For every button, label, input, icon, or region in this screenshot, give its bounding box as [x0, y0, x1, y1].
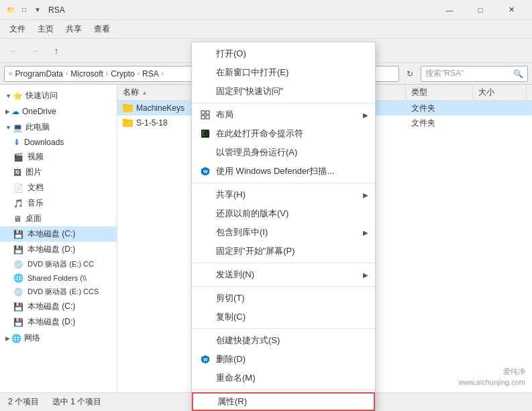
path-microsoft[interactable]: Microsoft	[70, 69, 103, 79]
sidebar-item-downloads[interactable]: ⬇ Downloads	[0, 136, 117, 149]
delete-icon: W	[200, 354, 211, 365]
sidebar-item-onedrive[interactable]: ▶ ☁ OneDrive	[0, 104, 117, 119]
menu-view[interactable]: 查看	[89, 21, 115, 37]
ctx-delete[interactable]: W 删除(D)	[192, 350, 375, 369]
sidebar-item-desktop[interactable]: 🖥 桌面	[0, 211, 117, 226]
sidebar-item-music[interactable]: 🎵 音乐	[0, 195, 117, 211]
network-arrow: ▶	[5, 335, 10, 342]
sidebar-item-shared[interactable]: 🌐 Shared Folders (\\	[0, 271, 117, 285]
sidebar-item-documents[interactable]: 📄 文档	[0, 180, 117, 195]
ctx-sep3	[192, 263, 375, 263]
ctx-cmd-label: 在此处打开命令提示符	[216, 128, 303, 140]
sidebar-icon-onedrive: ☁	[11, 107, 19, 116]
back-icon[interactable]: ▼	[32, 5, 43, 15]
title-bar-icons: 📁 □ ▼	[5, 5, 43, 15]
ctx-cmd[interactable]: C:\ 在此处打开命令提示符	[192, 124, 375, 143]
search-box[interactable]: 搜索"RSA" 🔍	[421, 66, 528, 82]
path-crypto[interactable]: Crypto	[111, 69, 134, 79]
dvd-cc-icon: 💿	[13, 260, 23, 269]
ctx-restore-label: 还原以前的版本(V)	[216, 208, 288, 220]
col-header-size[interactable]: 大小	[473, 85, 527, 100]
status-item-count: 2 个项目	[8, 396, 39, 408]
col-type-label: 类型	[411, 87, 427, 98]
ctx-restore[interactable]: 还原以前的版本(V)	[192, 204, 375, 223]
ctx-defender[interactable]: W 使用 Windows Defender扫描...	[192, 162, 375, 181]
minimize-button[interactable]: —	[434, 0, 465, 20]
drive-d2-icon: 💾	[13, 318, 23, 327]
sep4: ›	[162, 70, 164, 77]
maximize-button[interactable]: □	[465, 0, 496, 20]
shared-icon: 🌐	[13, 273, 23, 283]
path-programdata[interactable]: ProgramData	[15, 69, 63, 79]
ctx-layout[interactable]: 布局 ▶	[192, 105, 375, 124]
sidebar-item-this-pc[interactable]: ▼ 💻 此电脑	[0, 119, 117, 136]
cut-icon	[200, 293, 211, 304]
sidebar-label-network: 网络	[24, 332, 40, 344]
menu-file[interactable]: 文件	[4, 21, 31, 37]
ctx-pin-quick[interactable]: 固定到"快速访问"	[192, 82, 375, 101]
sep2: ›	[106, 70, 108, 77]
expand-arrow: ▼	[5, 93, 11, 99]
ctx-share[interactable]: 共享(H) ▶	[192, 185, 375, 204]
ctx-admin-label: 以管理员身份运行(A)	[216, 146, 297, 158]
svg-rect-8	[201, 116, 205, 119]
menu-share[interactable]: 共享	[60, 21, 87, 37]
col-header-type[interactable]: 类型	[406, 85, 473, 100]
sidebar-item-network[interactable]: ▶ 🌐 网络	[0, 330, 117, 347]
up-button[interactable]: ↑	[47, 42, 66, 60]
sidebar-label-music: 音乐	[28, 197, 44, 209]
file-cell-size1	[473, 101, 527, 116]
sidebar-item-drive-c[interactable]: 💾 本地磁盘 (C:)	[0, 226, 117, 242]
menu-home[interactable]: 主页	[32, 21, 59, 37]
sidebar-item-pictures[interactable]: 🖼 图片	[0, 165, 117, 180]
back-button[interactable]: ←	[4, 42, 23, 60]
sidebar-label-drive-d2: 本地磁盘 (D:)	[28, 316, 75, 328]
sidebar-item-quick-access[interactable]: ▼ ⭐ 快速访问	[0, 87, 117, 104]
ctx-defender-label: 使用 Windows Defender扫描...	[216, 165, 334, 177]
ctx-arrow-share: ▶	[363, 191, 368, 199]
ctx-arrow-lib: ▶	[363, 229, 368, 236]
downloads-icon: ⬇	[13, 138, 20, 147]
sidebar-item-dvd-cc[interactable]: 💿 DVD 驱动器 (E:) CC	[0, 257, 117, 271]
dvd-ccs-icon: 💿	[13, 287, 23, 297]
ctx-properties[interactable]: 属性(R)	[192, 392, 375, 411]
ctx-cut-label: 剪切(T)	[216, 292, 245, 304]
sidebar-item-video[interactable]: 🎬 视频	[0, 149, 117, 165]
ctx-open-new-window[interactable]: 在新窗口中打开(E)	[192, 63, 375, 82]
close-button[interactable]: ✕	[496, 0, 527, 20]
ctx-arrow-send: ▶	[363, 271, 368, 279]
ctx-run-admin[interactable]: 以管理员身份运行(A)	[192, 143, 375, 162]
ctx-copy[interactable]: 复制(C)	[192, 308, 375, 326]
ctx-copy-label: 复制(C)	[216, 311, 246, 323]
refresh-button[interactable]: ↻	[402, 66, 418, 82]
sidebar-label-pictures: 图片	[25, 167, 42, 178]
library-icon	[200, 227, 211, 238]
admin-icon	[200, 147, 211, 158]
ctx-share-label: 共享(H)	[216, 189, 246, 201]
ctx-send-to[interactable]: 发送到(N) ▶	[192, 265, 375, 284]
ctx-arrow-layout: ▶	[363, 111, 368, 119]
ctx-cut[interactable]: 剪切(T)	[192, 289, 375, 308]
properties-icon	[201, 396, 212, 407]
svg-rect-4	[123, 121, 133, 127]
ctx-include-lib[interactable]: 包含到库中(I) ▶	[192, 223, 375, 242]
ctx-sep1	[192, 103, 375, 103]
open-icon	[200, 48, 211, 59]
ctx-shortcut[interactable]: 创建快捷方式(S)	[192, 331, 375, 350]
sidebar-item-drive-d[interactable]: 💾 本地磁盘 (D:)	[0, 242, 117, 257]
search-placeholder: 搜索"RSA"	[425, 68, 464, 79]
ctx-pin-start[interactable]: 固定到"开始"屏幕(P)	[192, 242, 375, 261]
ctx-open[interactable]: 打开(O)	[192, 44, 375, 63]
ctx-rename[interactable]: 重命名(M)	[192, 369, 375, 387]
watermark: 爱纯净 www.aichunjing.com	[458, 367, 525, 387]
ctx-sendto-label: 发送到(N)	[216, 269, 254, 281]
svg-rect-9	[206, 116, 209, 119]
quick-icon[interactable]: □	[19, 5, 30, 15]
forward-button[interactable]: →	[25, 42, 44, 60]
file-cell-type2: 文件夹	[406, 116, 473, 130]
path-rsa[interactable]: RSA	[142, 69, 159, 79]
sidebar-item-dvd-ccs[interactable]: 💿 DVD 驱动器 (E:) CCS	[0, 285, 117, 299]
sidebar-item-drive-d2[interactable]: 💾 本地磁盘 (D:)	[0, 314, 117, 330]
pictures-icon: 🖼	[13, 168, 21, 177]
sidebar-item-drive-c2[interactable]: 💾 本地磁盘 (C:)	[0, 299, 117, 314]
